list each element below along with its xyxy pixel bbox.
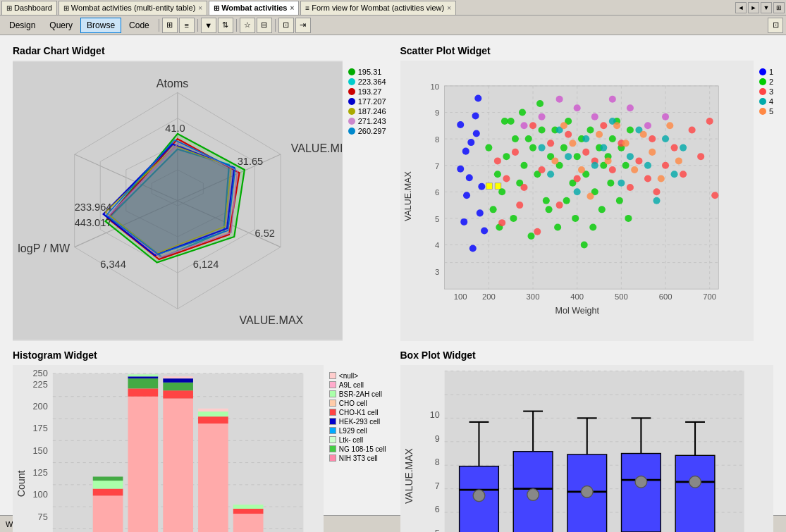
- svg-text:250: 250: [32, 368, 47, 378]
- tab-menu-btn[interactable]: ▼: [761, 2, 772, 13]
- svg-text:150: 150: [32, 445, 47, 455]
- svg-point-173: [670, 171, 677, 178]
- svg-point-87: [498, 188, 505, 195]
- tab-wombat-activities-close[interactable]: ×: [290, 4, 294, 12]
- svg-rect-239: [198, 412, 228, 416]
- svg-text:Atoms: Atoms: [156, 77, 189, 89]
- svg-point-101: [587, 127, 594, 134]
- design-btn[interactable]: Design: [3, 18, 42, 33]
- layout-btn[interactable]: ⊡: [278, 18, 294, 33]
- svg-point-191: [538, 113, 545, 120]
- hist-legend-ltk: Ltk- cell: [329, 436, 386, 444]
- scatter-legend-4-label: 4: [769, 97, 773, 106]
- svg-rect-229: [128, 378, 159, 388]
- svg-text:175: 175: [32, 423, 47, 433]
- tab-multi-entity[interactable]: ⊞ Wombat activities (multi-entity table)…: [59, 1, 207, 15]
- svg-point-164: [591, 162, 598, 169]
- svg-point-83: [520, 162, 527, 169]
- form-view-icon: ≡: [305, 4, 309, 12]
- svg-point-66: [467, 139, 474, 146]
- svg-point-198: [662, 113, 669, 120]
- tab-form-view[interactable]: ≡ Form view for Wombat (activities view)…: [300, 1, 456, 15]
- star-btn[interactable]: ☆: [240, 18, 255, 33]
- svg-point-287: [527, 488, 539, 500]
- scatter-legend-2: 2: [759, 78, 773, 86]
- svg-point-138: [582, 149, 589, 156]
- hist-legend-l929-swatch: [329, 427, 336, 434]
- scatter-legend-4: 4: [759, 97, 773, 106]
- svg-point-118: [598, 206, 605, 213]
- histogram-chart-area[interactable]: 0 25 50 75 100 125 150 175 200 225 250: [13, 365, 324, 532]
- svg-rect-235: [163, 378, 193, 383]
- svg-rect-240: [198, 408, 228, 411]
- svg-point-149: [653, 188, 660, 195]
- svg-text:4: 4: [434, 242, 438, 250]
- svg-point-141: [608, 166, 615, 173]
- svg-point-82: [511, 135, 518, 142]
- hist-legend-hek-label: HEK-293 cell: [339, 418, 380, 426]
- radar-legend-2-label: 223.364: [358, 78, 386, 86]
- boxplot-chart-area[interactable]: 3 4 5 6 7 8 9 10: [400, 365, 774, 532]
- hist-legend-hek-swatch: [329, 418, 336, 425]
- grid-btn[interactable]: ⊟: [257, 18, 272, 33]
- svg-point-127: [626, 127, 633, 134]
- tab-wombat-activities-label: Wombat activities: [221, 4, 287, 12]
- tab-dashboard[interactable]: ⊞ Dashboard: [1, 1, 57, 15]
- tab-next-btn[interactable]: ►: [748, 2, 759, 13]
- svg-rect-236: [163, 376, 193, 378]
- svg-text:100: 100: [32, 489, 47, 500]
- radar-legend: 195.31 223.364 193.27 177.207 187.246: [348, 61, 386, 341]
- tab-prev-btn[interactable]: ◄: [735, 2, 747, 13]
- svg-point-152: [680, 171, 687, 178]
- svg-point-150: [662, 162, 669, 169]
- radar-legend-2-dot: [348, 78, 355, 85]
- code-btn[interactable]: Code: [123, 18, 156, 33]
- tab-multi-entity-close[interactable]: ×: [198, 4, 202, 12]
- hist-legend-chok1: CHO-K1 cell: [329, 409, 386, 416]
- svg-point-92: [542, 197, 549, 204]
- tab-wombat-activities[interactable]: ⊞ Wombat activities ×: [209, 1, 299, 15]
- svg-point-190: [520, 122, 527, 129]
- scatter-legend-1-label: 1: [769, 68, 773, 76]
- svg-text:400: 400: [570, 292, 584, 301]
- scatter-chart-area[interactable]: 10 9 8 7 6 5 4 3 100 200 300 400 500 600…: [400, 61, 754, 341]
- grid-view-btn[interactable]: ⊞: [162, 18, 178, 33]
- query-btn[interactable]: Query: [43, 18, 79, 33]
- svg-point-108: [510, 215, 517, 222]
- svg-point-301: [635, 476, 647, 488]
- svg-point-195: [608, 96, 615, 103]
- tab-form-view-close[interactable]: ×: [447, 4, 451, 12]
- boxplot-title: Box Plot Widget: [400, 349, 774, 361]
- hist-legend-ltk-swatch: [329, 436, 336, 443]
- svg-point-67: [472, 112, 479, 119]
- list-view-btn[interactable]: ≡: [179, 18, 195, 33]
- svg-point-182: [613, 122, 620, 129]
- svg-point-163: [582, 135, 589, 142]
- svg-rect-225: [93, 481, 123, 488]
- svg-text:31.65: 31.65: [238, 156, 264, 167]
- radar-legend-3-label: 193.27: [358, 87, 382, 96]
- svg-point-133: [538, 166, 545, 173]
- tab-form-view-label: Form view for Wombat (activities view): [312, 4, 444, 12]
- hist-legend-a9l-swatch: [329, 381, 336, 388]
- svg-point-112: [545, 206, 552, 213]
- radar-legend-3-dot: [348, 88, 355, 95]
- svg-text:225: 225: [32, 379, 47, 390]
- scatter-legend-2-label: 2: [769, 78, 773, 86]
- svg-point-184: [631, 166, 638, 173]
- hist-legend-null-swatch: [329, 372, 336, 379]
- tab-new-btn[interactable]: ⊞: [773, 2, 785, 13]
- radar-legend-4: 177.207: [348, 97, 386, 106]
- svg-point-188: [666, 122, 673, 129]
- svg-rect-232: [163, 398, 193, 532]
- sort-btn[interactable]: ⇅: [218, 18, 233, 33]
- filter-btn[interactable]: ▼: [201, 18, 216, 33]
- radar-chart-area[interactable]: Atoms VALUE.MIN VALUE.MAX logP / MW logP…: [13, 61, 343, 341]
- export-btn[interactable]: ⇥: [295, 18, 311, 33]
- svg-point-178: [577, 166, 584, 173]
- maximize-btn[interactable]: ⊡: [768, 18, 783, 33]
- radar-chart-title: Radar Chart Widget: [13, 45, 386, 56]
- svg-text:8: 8: [434, 135, 438, 144]
- browse-btn[interactable]: Browse: [80, 18, 121, 33]
- hist-legend-null-label: <null>: [339, 372, 358, 380]
